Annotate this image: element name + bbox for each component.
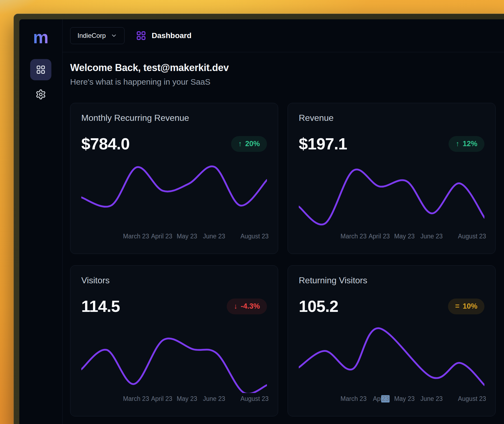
x-axis-label: June 23: [203, 233, 225, 240]
value-row: 114.5 ↓ -4.3%: [81, 297, 267, 316]
x-axis-label: April 23: [151, 233, 172, 240]
x-axis-label: April 23: [373, 395, 385, 403]
dashboard-content: Welcome Back, test@makerkit.dev Here's w…: [63, 52, 504, 416]
x-axis-label: March 23: [341, 233, 367, 240]
x-axis-label: March 23: [341, 395, 367, 403]
x-axis-label: March 23: [123, 395, 149, 403]
metric-card: Revenue $197.1 ↑ 12% March 23April 23May…: [288, 103, 496, 254]
x-axis-label: August 23: [240, 233, 269, 240]
card-title: Visitors: [81, 275, 267, 285]
sidebar-item-settings[interactable]: [33, 86, 49, 103]
x-axis-label: August 23: [458, 395, 486, 403]
sidebar-nav: [30, 59, 51, 103]
gear-icon: [35, 89, 46, 100]
chevron-down-icon: [111, 32, 117, 39]
line-chart: [299, 325, 484, 393]
x-axis-label: May 23: [394, 395, 415, 403]
x-axis-label: March 23: [123, 233, 149, 240]
x-axis-label: May 23: [394, 233, 415, 240]
x-axis-label: August 23: [240, 395, 269, 403]
trend-badge: ↓ -4.3%: [227, 299, 267, 314]
trend-value: 10%: [463, 302, 477, 311]
line-chart: [81, 325, 267, 393]
trend-badge: ↑ 20%: [231, 136, 267, 152]
trend-direction-icon: ↓: [234, 303, 238, 310]
trend-direction-icon: =: [455, 303, 459, 310]
breadcrumb: Dashboard: [136, 30, 191, 41]
organization-selector[interactable]: IndieCorp: [70, 27, 125, 44]
card-title: Revenue: [299, 113, 484, 123]
welcome-heading: Welcome Back, test@makerkit.dev: [70, 62, 504, 73]
x-axis-label: April 23: [369, 233, 390, 240]
welcome-subtitle: Here's what is happening in your SaaS: [70, 77, 504, 87]
app-window: m IndieCorp: [14, 14, 504, 424]
x-axis: March 23April 23May 23June 23August 23: [81, 395, 267, 403]
x-axis: March 23April 23May 23June 23August 23: [299, 233, 484, 241]
value-row: $784.0 ↑ 20%: [81, 134, 267, 153]
card-title: Returning Visitors: [299, 275, 484, 285]
x-axis: March 23April 23May 23June 23August 23: [299, 395, 484, 403]
metrics-grid: Monthly Recurring Revenue $784.0 ↑ 20% M…: [70, 103, 504, 416]
sidebar-item-dashboard[interactable]: [30, 59, 51, 80]
value-row: 105.2 = 10%: [299, 297, 484, 316]
metric-value: $784.0: [81, 134, 130, 153]
grid-icon: [36, 65, 46, 75]
sidebar: m: [19, 19, 63, 424]
app-logo: m: [33, 29, 49, 46]
metric-card: Monthly Recurring Revenue $784.0 ↑ 20% M…: [70, 103, 278, 254]
metric-value: 114.5: [81, 297, 120, 316]
trend-direction-icon: ↑: [238, 140, 242, 148]
main-area: IndieCorp Dashboard Welcome Back, test@m…: [63, 19, 504, 424]
selected-text: 23: [381, 395, 390, 403]
x-axis-label: June 23: [420, 233, 443, 240]
trend-direction-icon: ↑: [456, 140, 459, 148]
x-axis-label: May 23: [177, 395, 197, 403]
topbar: IndieCorp Dashboard: [63, 19, 504, 52]
page-title: Dashboard: [152, 31, 191, 40]
dashboard-grid-icon: [136, 30, 146, 41]
card-title: Monthly Recurring Revenue: [81, 113, 267, 123]
line-chart: [299, 162, 484, 231]
trend-badge: = 10%: [448, 299, 484, 314]
value-row: $197.1 ↑ 12%: [299, 134, 484, 153]
metric-card: Returning Visitors 105.2 = 10% March 23A…: [288, 265, 496, 416]
metric-value: $197.1: [299, 134, 347, 153]
trend-value: -4.3%: [241, 302, 260, 311]
x-axis-label: June 23: [420, 395, 443, 403]
line-chart: [81, 162, 267, 231]
trend-value: 12%: [463, 140, 477, 148]
trend-badge: ↑ 12%: [449, 136, 484, 152]
x-axis: March 23April 23May 23June 23August 23: [81, 233, 267, 241]
x-axis-label: May 23: [177, 233, 197, 240]
trend-value: 20%: [245, 140, 260, 148]
metric-card: Visitors 114.5 ↓ -4.3% March 23April 23M…: [70, 265, 278, 416]
x-axis-label: April 23: [151, 395, 172, 403]
x-axis-label: June 23: [203, 395, 225, 403]
x-axis-label: August 23: [458, 233, 486, 240]
organization-name: IndieCorp: [77, 32, 106, 39]
metric-value: 105.2: [299, 297, 338, 316]
app-surface: m IndieCorp: [19, 19, 504, 424]
